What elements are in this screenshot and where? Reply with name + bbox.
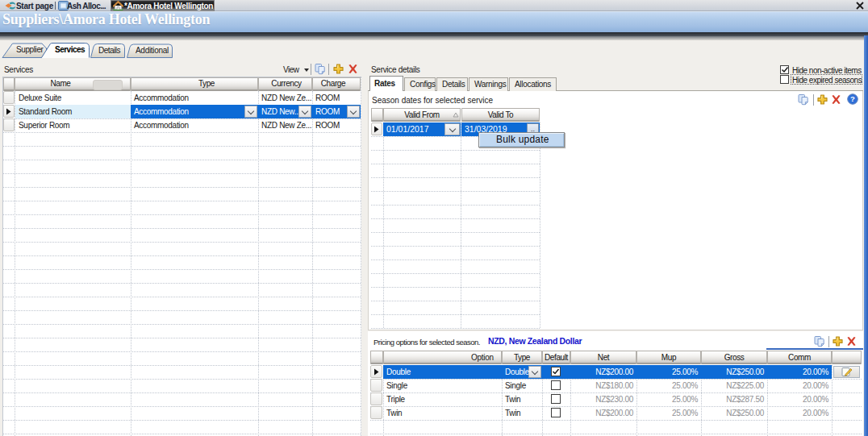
svg-text:?: ? — [850, 94, 855, 103]
